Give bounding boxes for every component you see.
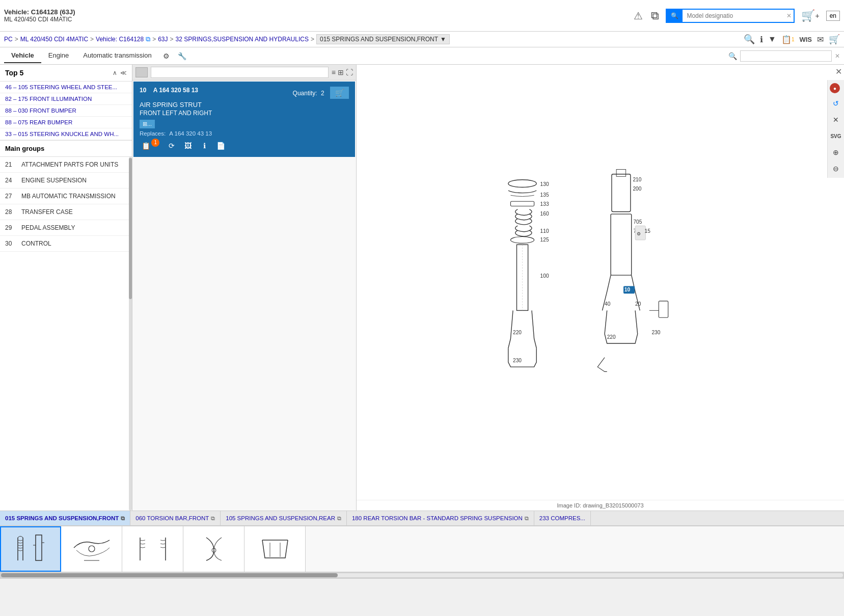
- filter-icon[interactable]: ▼: [768, 35, 776, 44]
- top5-close-icon[interactable]: ≪: [120, 69, 127, 76]
- part-doc-icon[interactable]: 📋: [140, 140, 152, 152]
- top-header: Vehicle: C164128 (63J) ML 420/450 CDI 4M…: [0, 0, 844, 32]
- part-refresh-icon[interactable]: ⟳: [166, 140, 178, 152]
- part-grid-icon[interactable]: ⊞...: [140, 120, 155, 128]
- bottom-tab-external-icon-1[interactable]: ⧉: [211, 515, 215, 522]
- scrollbar-track[interactable]: [1, 573, 843, 577]
- vehicle-model: ML 420/450 CDI 4MATIC: [4, 16, 75, 23]
- main-toolbar-icons: 🔍 ℹ ▼ 📋1 WIS ✉ 🛒: [744, 34, 840, 45]
- group-item-24[interactable]: 24 ENGINE SUSPENSION: [0, 173, 132, 189]
- diagram-side-tools: ● ↺ ✕ SVG ⊕ ⊖: [827, 80, 844, 178]
- part-doc-badge: 1: [151, 139, 159, 147]
- tab-search-clear[interactable]: ✕: [835, 52, 840, 60]
- breadcrumb-vehicle[interactable]: Vehicle: C164128: [96, 36, 144, 43]
- thumb-item-0[interactable]: [0, 526, 61, 572]
- diagram-zoom-out-icon[interactable]: ⊖: [830, 163, 842, 175]
- tab-automatic-transmission[interactable]: Automatic transmission: [76, 48, 158, 63]
- tab-engine[interactable]: Engine: [41, 48, 76, 63]
- thumb-img-0: [5, 531, 56, 567]
- warning-icon[interactable]: ⚠: [632, 8, 644, 23]
- list-view-icon[interactable]: ≡: [332, 68, 336, 76]
- breadcrumb-32springs[interactable]: 32 SPRINGS,SUSPENSION AND HYDRAULICS: [176, 36, 309, 43]
- group-item-30[interactable]: 30 CONTROL: [0, 236, 132, 252]
- cart-icon[interactable]: 🛒: [829, 34, 840, 45]
- breadcrumb-dropdown-icon[interactable]: ▼: [440, 36, 446, 43]
- grid-view-icon[interactable]: ⊞: [338, 68, 344, 76]
- diagram-zoom-in-icon[interactable]: ⊕: [830, 146, 842, 158]
- thumb-item-4[interactable]: [244, 526, 306, 572]
- diagram-close-button[interactable]: ✕: [835, 67, 842, 76]
- thumb-item-1[interactable]: [61, 526, 122, 572]
- group-item-21[interactable]: 21 ATTACHMENT PARTS FOR UNITS: [0, 157, 132, 173]
- fullscreen-view-icon[interactable]: ⛶: [346, 68, 353, 76]
- bottom-tab-4[interactable]: 233 COMPRES...: [534, 511, 591, 525]
- zoom-in-icon[interactable]: 🔍: [744, 34, 755, 45]
- left-sidebar: Top 5 ∧ ≪ 46 – 105 STEERING WHEEL AND ST…: [0, 65, 132, 511]
- tab-settings-icon[interactable]: ⚙: [159, 50, 174, 62]
- top5-item-3[interactable]: 88 – 075 REAR BUMPER: [0, 117, 132, 128]
- vehicle-copy-icon[interactable]: ⧉: [146, 35, 150, 43]
- thumb-item-2[interactable]: [122, 526, 183, 572]
- main-groups-title: Main groups: [0, 140, 132, 157]
- top5-item-1[interactable]: 82 – 175 FRONT ILLUMINATION: [0, 93, 132, 105]
- top5-item-0[interactable]: 46 – 105 STEERING WHEEL AND STEE...: [0, 82, 132, 93]
- bottom-tab-1[interactable]: 060 TORSION BAR,FRONT ⧉: [130, 511, 221, 525]
- add-to-cart-icon[interactable]: 🛒+: [800, 8, 821, 24]
- diagram-svg: 130 135 133 160 110 125: [476, 160, 710, 405]
- tabs-bar: Vehicle Engine Automatic transmission ⚙ …: [0, 47, 844, 65]
- color-swatch: [135, 67, 148, 77]
- list-view-icons: ≡ ⊞ ⛶: [332, 68, 353, 76]
- document-icon[interactable]: 📋1: [781, 35, 795, 44]
- group-item-27[interactable]: 27 MB AUTOMATIC TRANSMISSION: [0, 189, 132, 204]
- sidebar-scrollbar[interactable]: [129, 157, 132, 511]
- bottom-tab-3[interactable]: 180 REAR TORSION BAR - STANDARD SPRING S…: [347, 511, 534, 525]
- model-search-icon[interactable]: 🔍: [667, 10, 683, 22]
- part-ref-num: 10: [140, 87, 146, 94]
- parts-list-header: ≡ ⊞ ⛶: [132, 65, 356, 81]
- mail-icon[interactable]: ✉: [817, 35, 824, 44]
- add-to-cart-button[interactable]: 🛒: [330, 87, 349, 99]
- top5-item-2[interactable]: 88 – 030 FRONT BUMPER: [0, 105, 132, 117]
- horizontal-scrollbar[interactable]: [0, 572, 844, 579]
- tab-search-input[interactable]: [740, 50, 832, 62]
- wis-icon[interactable]: WIS: [799, 36, 812, 43]
- bottom-tab-external-icon-3[interactable]: ⧉: [525, 515, 529, 522]
- model-search-clear[interactable]: ✕: [784, 12, 794, 19]
- breadcrumb-ml420[interactable]: ML 420/450 CDI 4MATIC: [20, 36, 88, 43]
- diagram-panel: ✕ ● ↺ ✕ SVG ⊕ ⊖ 130 135 133: [357, 65, 844, 511]
- part-image-icon[interactable]: 🖼: [182, 140, 194, 152]
- parts-search-input[interactable]: [151, 67, 329, 78]
- info-icon[interactable]: ℹ: [760, 35, 763, 44]
- part-info-icon[interactable]: ℹ: [198, 140, 210, 152]
- model-search-input[interactable]: [683, 10, 784, 21]
- top5-collapse-icon[interactable]: ∧: [113, 69, 117, 76]
- tab-vehicle[interactable]: Vehicle: [4, 48, 41, 63]
- diagram-svg-icon[interactable]: SVG: [830, 130, 842, 142]
- svg-text:200: 200: [633, 186, 641, 192]
- thumb-item-3[interactable]: [183, 526, 244, 572]
- group-item-28[interactable]: 28 TRANSFER CASE: [0, 204, 132, 220]
- breadcrumb-pc[interactable]: PC: [4, 36, 13, 43]
- tab-search-icon[interactable]: 🔍: [728, 52, 737, 60]
- top5-header: Top 5 ∧ ≪: [0, 65, 132, 82]
- language-selector[interactable]: en: [826, 11, 840, 21]
- breadcrumb-63j[interactable]: 63J: [158, 36, 168, 43]
- diagram-cursor-icon[interactable]: ✕: [830, 114, 842, 126]
- part-left-col: 10 A 164 320 58 13: [140, 87, 198, 94]
- part-qty-label: Quantity:: [293, 90, 317, 97]
- part-download-icon[interactable]: 📄: [214, 140, 227, 152]
- tab-tools-icon[interactable]: 🔧: [174, 50, 190, 62]
- group-item-29[interactable]: 29 PEDAL ASSEMBLY: [0, 220, 132, 236]
- bottom-tab-external-icon-2[interactable]: ⧉: [337, 515, 341, 522]
- top5-item-4[interactable]: 33 – 015 STEERING KNUCKLE AND WH...: [0, 128, 132, 140]
- tabs-left: Vehicle Engine Automatic transmission ⚙ …: [4, 48, 190, 63]
- bottom-tab-0[interactable]: 015 SPRINGS AND SUSPENSION,FRONT ⧉: [0, 511, 130, 525]
- diagram-rotate-icon[interactable]: ↺: [830, 97, 842, 110]
- breadcrumb-015springs[interactable]: 015 SPRINGS AND SUSPENSION,FRONT ▼: [316, 34, 450, 44]
- bottom-tab-external-icon-0[interactable]: ⧉: [121, 515, 125, 522]
- svg-text:705: 705: [633, 219, 642, 225]
- svg-text:10: 10: [624, 287, 630, 292]
- diagram-color-icon[interactable]: ●: [830, 83, 840, 93]
- bottom-tab-2[interactable]: 105 SPRINGS AND SUSPENSION,REAR ⧉: [221, 511, 347, 525]
- copy-icon[interactable]: ⧉: [649, 8, 661, 24]
